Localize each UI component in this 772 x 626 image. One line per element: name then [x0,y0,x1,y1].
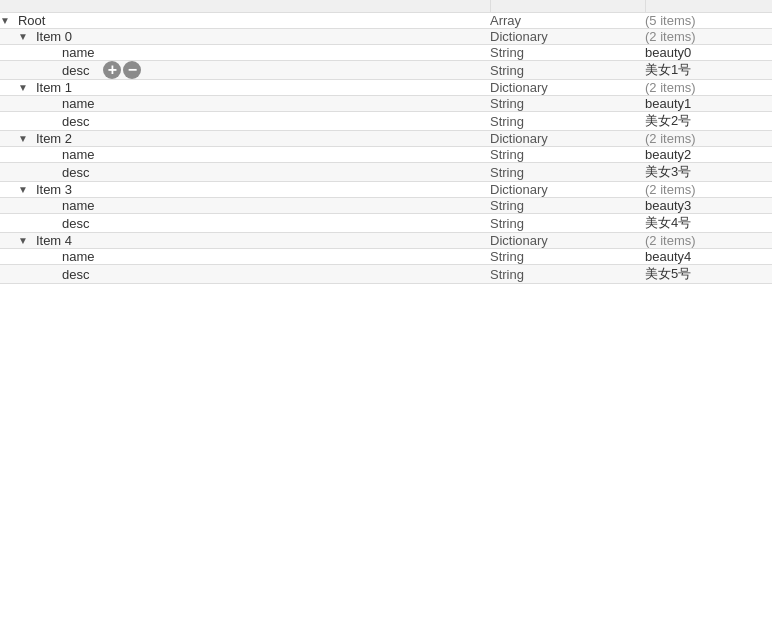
key-label-text: desc [62,114,89,129]
key-cell: name [0,147,490,163]
type-cell: Array [490,13,645,29]
value-cell: beauty1 [645,96,772,112]
key-cell: ▼Item 1 [0,80,490,96]
expand-triangle[interactable]: ▼ [18,82,28,93]
expand-triangle[interactable]: ▼ [18,184,28,195]
key-label-text: desc [62,216,89,231]
table-row: ▼Item 3Dictionary(2 items) [0,182,772,198]
key-cell: desc [0,214,490,233]
key-cell: desc+− [0,61,490,80]
table-header [0,0,772,13]
header-value [645,0,772,13]
table-row: nameStringbeauty3 [0,198,772,214]
table-row: nameStringbeauty0 [0,45,772,61]
expand-triangle[interactable]: ▼ [18,235,28,246]
type-cell: String [490,147,645,163]
key-label-text: name [62,249,95,264]
type-cell: Dictionary [490,80,645,96]
key-label-text: desc [62,165,89,180]
type-cell: String [490,112,645,131]
table-row: nameStringbeauty4 [0,249,772,265]
key-label-text: name [62,198,95,213]
key-label-text: Item 1 [36,80,72,95]
table-row: descString美女3号 [0,163,772,182]
value-cell: 美女5号 [645,265,772,284]
key-label-text: Item 4 [36,233,72,248]
key-label-text: name [62,96,95,111]
header-type [490,0,645,13]
type-cell: String [490,61,645,80]
key-cell: ▼Item 4 [0,233,490,249]
table-row: desc+−String美女1号 [0,61,772,80]
key-cell: name [0,198,490,214]
value-cell: (2 items) [645,233,772,249]
table-row: ▼Item 2Dictionary(2 items) [0,131,772,147]
table-row: ▼Item 1Dictionary(2 items) [0,80,772,96]
key-label-text: name [62,147,95,162]
value-cell: 美女1号 [645,61,772,80]
value-cell: (2 items) [645,182,772,198]
expand-triangle[interactable]: ▼ [0,15,10,26]
value-cell: 美女4号 [645,214,772,233]
key-label-text: Item 3 [36,182,72,197]
value-cell: 美女3号 [645,163,772,182]
key-cell: ▼Item 0 [0,29,490,45]
key-label-text: desc [62,63,89,78]
type-cell: Dictionary [490,182,645,198]
header-key [0,0,490,13]
key-label-text: name [62,45,95,60]
value-cell: (2 items) [645,80,772,96]
key-cell: name [0,45,490,61]
key-cell: desc [0,112,490,131]
type-cell: String [490,163,645,182]
key-label-text: desc [62,267,89,282]
value-cell: (2 items) [645,29,772,45]
type-cell: String [490,96,645,112]
value-cell: beauty0 [645,45,772,61]
table-row: ▼RootArray(5 items) [0,13,772,29]
expand-triangle[interactable]: ▼ [18,133,28,144]
value-cell: 美女2号 [645,112,772,131]
value-cell: (2 items) [645,131,772,147]
key-cell: ▼Item 3 [0,182,490,198]
plist-editor-table: ▼RootArray(5 items)▼Item 0Dictionary(2 i… [0,0,772,284]
value-cell: beauty4 [645,249,772,265]
table-row: ▼Item 0Dictionary(2 items) [0,29,772,45]
key-cell: desc [0,265,490,284]
table-row: descString美女4号 [0,214,772,233]
key-cell: name [0,96,490,112]
key-label-text: Root [18,13,45,28]
type-cell: Dictionary [490,29,645,45]
value-cell: beauty3 [645,198,772,214]
type-cell: String [490,265,645,284]
table-row: descString美女2号 [0,112,772,131]
value-cell: (5 items) [645,13,772,29]
remove-button[interactable]: − [123,61,141,79]
type-cell: String [490,214,645,233]
key-cell: ▼Root [0,13,490,29]
type-cell: Dictionary [490,131,645,147]
type-cell: String [490,249,645,265]
type-cell: Dictionary [490,233,645,249]
key-label-text: Item 0 [36,29,72,44]
table-row: nameStringbeauty1 [0,96,772,112]
key-cell: name [0,249,490,265]
table-row: descString美女5号 [0,265,772,284]
key-cell: desc [0,163,490,182]
value-cell: beauty2 [645,147,772,163]
key-label-text: Item 2 [36,131,72,146]
type-cell: String [490,198,645,214]
add-button[interactable]: + [103,61,121,79]
type-cell: String [490,45,645,61]
expand-triangle[interactable]: ▼ [18,31,28,42]
table-row: ▼Item 4Dictionary(2 items) [0,233,772,249]
add-remove-buttons: +− [103,61,141,79]
key-cell: ▼Item 2 [0,131,490,147]
table-row: nameStringbeauty2 [0,147,772,163]
